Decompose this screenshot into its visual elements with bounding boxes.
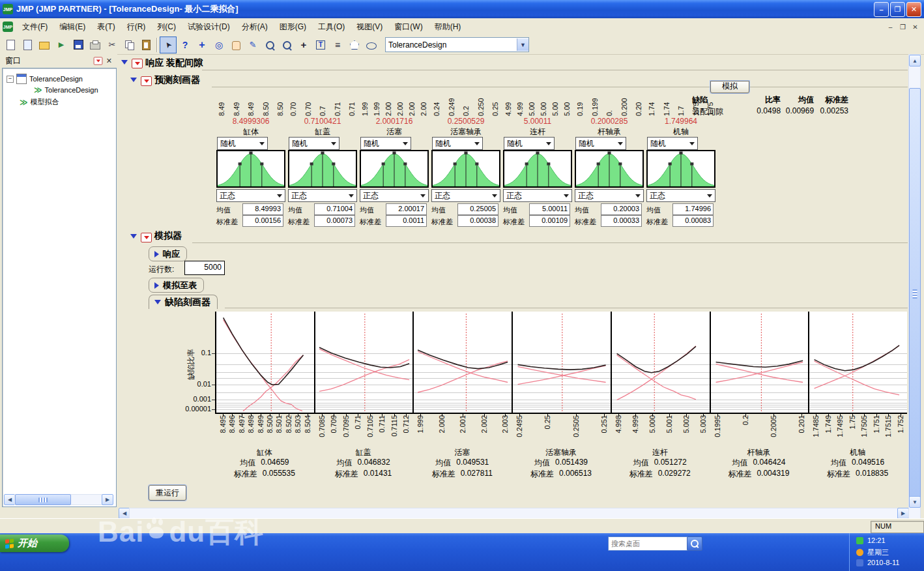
desktop-search-input[interactable]: [608, 536, 693, 551]
menu-item-1[interactable]: 编辑(E): [53, 19, 91, 35]
main-scroll-down-button[interactable]: ▼: [909, 496, 921, 508]
move-button[interactable]: +: [194, 37, 210, 53]
defect-plot-0[interactable]: [215, 312, 315, 413]
distribution-combobox[interactable]: 正态: [503, 189, 572, 202]
chevron-down-icon[interactable]: [635, 194, 641, 200]
distribution-combobox[interactable]: 正态: [216, 189, 285, 202]
distribution-combobox[interactable]: 正态: [288, 189, 357, 202]
crosshair-button[interactable]: ◎: [210, 37, 227, 53]
mean-input[interactable]: 0.20003: [601, 203, 642, 215]
main-scrollbar-track[interactable]: [129, 508, 910, 519]
chevron-down-icon[interactable]: [492, 194, 497, 200]
menu-item-9[interactable]: 视图(V): [351, 19, 388, 35]
profiler-menu-button[interactable]: [141, 76, 152, 86]
distribution-plot-4[interactable]: [503, 150, 572, 188]
mean-input[interactable]: 5.00011: [529, 203, 570, 215]
cut-button[interactable]: ✂: [104, 37, 121, 53]
sd-input[interactable]: 0.0011: [386, 215, 427, 227]
menu-item-2[interactable]: 表(T): [91, 19, 121, 35]
new-journal-button[interactable]: [19, 37, 36, 53]
ellipse-lasso-button[interactable]: [363, 37, 380, 53]
simulate-button[interactable]: 模拟: [710, 81, 749, 93]
defect-plot-4[interactable]: [611, 312, 711, 413]
new-file-button[interactable]: [2, 37, 19, 53]
help-button[interactable]: ?: [177, 37, 194, 53]
sd-input[interactable]: 0.00109: [529, 215, 570, 227]
menu-item-0[interactable]: 文件(F): [16, 19, 53, 35]
window-panel-close-icon[interactable]: ✕: [106, 57, 112, 65]
simulate-to-table-button[interactable]: 模拟至表: [149, 278, 204, 293]
copy-button[interactable]: [121, 37, 137, 53]
chevron-down-icon[interactable]: ▼: [517, 38, 528, 51]
menu-item-5[interactable]: 试验设计(D): [182, 19, 236, 35]
tree-item--[interactable]: ≫模型拟合: [20, 97, 59, 107]
sidebar-scrollbar-thumb[interactable]: [15, 494, 71, 505]
chevron-down-icon[interactable]: [618, 142, 623, 148]
defect-profiler-header[interactable]: 缺陷刻画器: [149, 295, 218, 309]
plus-tool-button[interactable]: +: [295, 37, 312, 53]
chevron-down-icon[interactable]: [277, 194, 282, 200]
mean-input[interactable]: 0.25005: [457, 203, 498, 215]
defect-plot-6[interactable]: [808, 312, 908, 413]
chevron-down-icon[interactable]: [349, 194, 354, 200]
polygon-lasso-button[interactable]: [346, 37, 363, 53]
menu-item-11[interactable]: 帮助(H): [429, 19, 467, 35]
defect-plot-2[interactable]: [412, 312, 513, 413]
grabber-hand-button[interactable]: [227, 37, 244, 53]
sidebar-scroll-right-button[interactable]: ▶: [102, 494, 113, 505]
tree-item-tolerancedesign[interactable]: ≫ToleranceDesign: [34, 85, 98, 95]
sd-input[interactable]: 0.00156: [242, 215, 283, 227]
main-scroll-up-button[interactable]: ▲: [909, 55, 921, 66]
menu-item-4[interactable]: 列(C): [151, 19, 182, 35]
main-scroll-right-button[interactable]: ▶: [897, 508, 909, 519]
response-section-button[interactable]: 响应: [149, 246, 187, 261]
random-combobox[interactable]: 随机: [432, 137, 483, 150]
runs-input[interactable]: 5000: [184, 261, 225, 275]
random-combobox[interactable]: 随机: [217, 137, 268, 150]
mdi-restore-button[interactable]: ❐: [897, 22, 909, 33]
simulator-menu-button[interactable]: [141, 233, 152, 242]
lines-tool-button[interactable]: ≡: [329, 37, 346, 53]
chevron-down-icon[interactable]: [707, 194, 712, 200]
chevron-down-icon[interactable]: [259, 142, 265, 148]
menu-item-10[interactable]: 窗口(W): [388, 19, 428, 35]
zoom-magnifier-button[interactable]: [278, 37, 295, 53]
chevron-down-icon[interactable]: [420, 194, 426, 200]
chevron-down-icon[interactable]: [331, 142, 336, 148]
distribution-combobox[interactable]: 正态: [360, 189, 429, 202]
brush-button[interactable]: ✎: [244, 37, 261, 53]
start-button[interactable]: 开始: [0, 534, 69, 552]
distribution-combobox[interactable]: 正态: [646, 189, 715, 202]
text-annotate-button[interactable]: T: [312, 37, 329, 53]
sd-input[interactable]: 0.00083: [672, 215, 714, 227]
chevron-down-icon[interactable]: [689, 142, 695, 148]
distribution-plot-3[interactable]: [431, 150, 500, 188]
mean-input[interactable]: 8.49993: [242, 203, 283, 215]
mdi-close-button[interactable]: ✕: [909, 22, 921, 33]
distribution-combobox[interactable]: 正态: [431, 189, 500, 202]
tree-item-tolerancedesign[interactable]: −ToleranceDesign: [7, 74, 83, 84]
data-table-combobox[interactable]: ToleranceDesign ▼: [385, 37, 529, 52]
simulator-disclosure-icon[interactable]: [130, 234, 137, 239]
mean-input[interactable]: 1.74996: [672, 203, 714, 215]
random-combobox[interactable]: 随机: [504, 137, 555, 150]
defect-plot-1[interactable]: [314, 312, 414, 413]
window-panel-menu-button[interactable]: [93, 57, 102, 65]
chevron-down-icon[interactable]: [403, 142, 408, 148]
chevron-down-icon[interactable]: [474, 142, 480, 148]
menu-item-8[interactable]: 工具(O): [312, 19, 351, 35]
random-combobox[interactable]: 随机: [647, 137, 698, 150]
rerun-button[interactable]: 重运行: [149, 485, 186, 501]
defect-profiler-disclosure-icon[interactable]: [154, 300, 161, 304]
sd-input[interactable]: 0.00038: [457, 215, 498, 227]
distribution-combobox[interactable]: 正态: [575, 189, 644, 202]
close-button[interactable]: ✕: [906, 2, 921, 17]
search-button[interactable]: [687, 536, 702, 551]
paste-button[interactable]: [137, 37, 154, 53]
menu-item-6[interactable]: 分析(A): [236, 19, 274, 35]
random-combobox[interactable]: 随机: [575, 137, 626, 150]
arrow-cursor-button[interactable]: ➤: [160, 37, 177, 53]
mean-input[interactable]: 2.00017: [386, 203, 427, 215]
distribution-plot-2[interactable]: [360, 150, 429, 188]
profiler-disclosure-icon[interactable]: [130, 78, 137, 82]
